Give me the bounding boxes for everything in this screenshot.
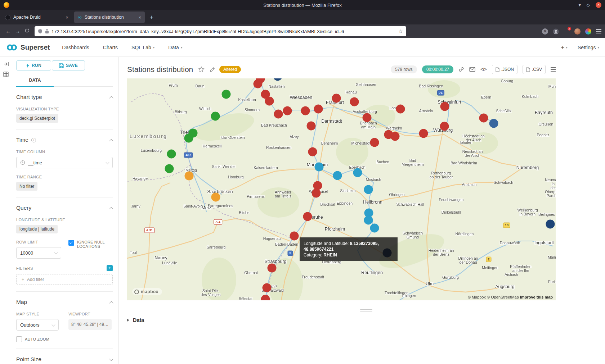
- favorite-star-icon[interactable]: [198, 66, 205, 73]
- map-point[interactable]: [167, 150, 176, 159]
- add-filter-field[interactable]: + Add filter: [16, 274, 113, 285]
- map-point[interactable]: [185, 172, 194, 181]
- map-point[interactable]: [308, 147, 317, 156]
- profile-avatar-icon[interactable]: [574, 28, 581, 35]
- section-header-chart-type[interactable]: Chart type: [16, 94, 113, 100]
- section-header-point-size[interactable]: Point Size: [16, 356, 113, 363]
- map-point[interactable]: [314, 105, 323, 114]
- save-button[interactable]: SAVE: [52, 60, 85, 70]
- map-point[interactable]: [370, 224, 379, 233]
- add-filter-plus-button[interactable]: +: [107, 265, 113, 271]
- map-point[interactable]: [184, 134, 193, 143]
- map-point[interactable]: [333, 171, 342, 180]
- window-minimize-button[interactable]: ▾: [579, 2, 581, 8]
- map-point[interactable]: [211, 193, 220, 202]
- export-json-button[interactable]: .JSON: [492, 65, 517, 74]
- map-point[interactable]: [268, 264, 277, 273]
- map-point[interactable]: [301, 106, 310, 115]
- email-icon[interactable]: [469, 67, 475, 72]
- nav-data[interactable]: Data▾: [168, 45, 182, 50]
- map-style-select[interactable]: Outdoors: [16, 319, 59, 331]
- reload-button[interactable]: [22, 28, 32, 35]
- map-point[interactable]: [273, 78, 282, 81]
- mapbox-logo[interactable]: mapbox: [132, 288, 162, 295]
- window-maximize-button[interactable]: ◇: [587, 2, 590, 8]
- map-point[interactable]: [440, 122, 449, 131]
- improve-map-link[interactable]: Improve this map: [520, 295, 553, 299]
- dataset-grid-icon[interactable]: [3, 72, 9, 77]
- map-point[interactable]: [165, 164, 174, 173]
- settings-menu[interactable]: Settings▾: [578, 45, 599, 50]
- url-bar[interactable]: 172.18.0.4:32251/superset/explore/?form_…: [35, 26, 406, 36]
- map-point[interactable]: [290, 232, 299, 241]
- lonlat-chip[interactable]: longitude | latitude: [16, 225, 58, 233]
- window-close-button[interactable]: ×: [596, 2, 601, 8]
- map-point[interactable]: [391, 132, 400, 141]
- map-point[interactable]: [312, 189, 321, 198]
- map-point[interactable]: [396, 105, 405, 114]
- time-column-select[interactable]: __time: [16, 157, 113, 168]
- expand-panel-icon[interactable]: [3, 61, 9, 67]
- ignore-null-checkbox[interactable]: [68, 240, 74, 246]
- extension-pinwheel-icon[interactable]: [585, 28, 591, 35]
- tab-stations-distribution[interactable]: ∞ Stations distribution ×: [74, 12, 145, 23]
- resize-drag-handle[interactable]: [360, 309, 372, 311]
- map-point[interactable]: [254, 79, 263, 88]
- map-point[interactable]: [363, 113, 372, 122]
- menu-icon[interactable]: [596, 29, 601, 33]
- export-csv-button[interactable]: .CSV: [523, 65, 546, 74]
- row-limit-select[interactable]: 10000: [16, 247, 61, 259]
- map-point[interactable]: [283, 106, 292, 115]
- adblock-extension-icon[interactable]: 2: [564, 28, 570, 35]
- account-icon[interactable]: [553, 28, 559, 35]
- add-new-button[interactable]: +▾: [561, 44, 567, 51]
- map-point[interactable]: [370, 138, 379, 147]
- map-point[interactable]: [263, 283, 272, 292]
- chart-menu-icon[interactable]: [551, 67, 556, 71]
- section-header-query[interactable]: Query: [16, 205, 113, 211]
- embed-code-icon[interactable]: </>: [480, 67, 487, 72]
- new-tab-button[interactable]: +: [150, 14, 153, 21]
- viewport-value[interactable]: 8° 46' 45.28" | 49…: [68, 319, 112, 330]
- map-point[interactable]: [307, 122, 316, 131]
- deckgl-map[interactable]: PrümDaunNastättenGelnhausenHanauFrankfur…: [127, 78, 556, 300]
- superset-logo[interactable]: Superset: [6, 44, 50, 51]
- map-point[interactable]: [419, 129, 428, 138]
- tab-apache-druid[interactable]: Apache Druid ×: [1, 12, 72, 23]
- viz-type-chip[interactable]: deck.gl Scatterplot: [16, 114, 58, 123]
- forward-button[interactable]: →: [13, 28, 22, 35]
- time-range-chip[interactable]: No filter: [16, 182, 37, 191]
- map-point[interactable]: [353, 168, 362, 177]
- auto-zoom-checkbox[interactable]: [16, 336, 22, 342]
- bookmark-star-icon[interactable]: ☆: [398, 28, 403, 34]
- section-header-map[interactable]: Map: [16, 299, 113, 305]
- nav-sql-lab[interactable]: SQL Lab▾: [131, 45, 154, 50]
- tab-data[interactable]: DATA: [16, 75, 54, 87]
- pocket-icon[interactable]: v: [542, 28, 548, 35]
- tab-close-icon[interactable]: ×: [66, 15, 68, 20]
- map-point[interactable]: [364, 216, 373, 225]
- nav-dashboards[interactable]: Dashboards: [62, 45, 89, 50]
- map-point[interactable]: [303, 212, 312, 221]
- nav-charts[interactable]: Charts: [103, 45, 118, 50]
- map-point[interactable]: [350, 97, 359, 106]
- map-point[interactable]: [315, 163, 324, 172]
- map-point[interactable]: [489, 119, 498, 128]
- map-point[interactable]: [546, 220, 555, 229]
- map-point[interactable]: [222, 90, 231, 99]
- map-point[interactable]: [440, 102, 449, 111]
- map-point[interactable]: [364, 185, 373, 194]
- run-button[interactable]: RUN: [16, 60, 51, 70]
- back-button[interactable]: ←: [4, 28, 13, 35]
- map-point[interactable]: [274, 110, 283, 119]
- tab-close-icon[interactable]: ×: [138, 15, 141, 20]
- map-point[interactable]: [332, 94, 341, 103]
- share-link-icon[interactable]: [458, 67, 464, 72]
- section-header-time[interactable]: Timei: [16, 137, 113, 143]
- map-point[interactable]: [265, 97, 274, 106]
- edit-pencil-icon[interactable]: [210, 67, 215, 72]
- map-point[interactable]: [261, 295, 270, 301]
- data-results-section[interactable]: Data: [127, 317, 556, 323]
- map-point[interactable]: [211, 112, 220, 121]
- map-point[interactable]: [479, 114, 488, 123]
